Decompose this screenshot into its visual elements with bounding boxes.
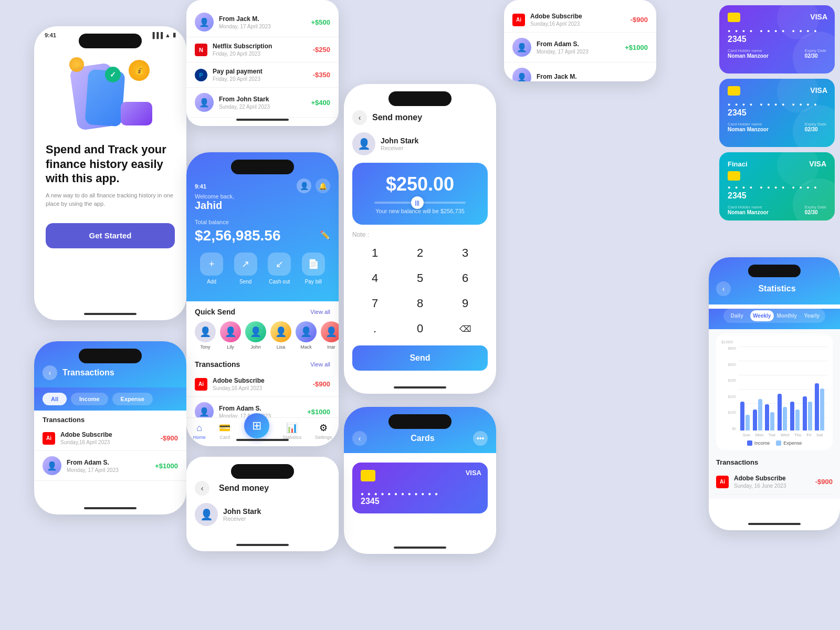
key-dot[interactable]: . [352, 316, 397, 341]
back-button[interactable]: ‹ [716, 281, 731, 296]
key-0[interactable]: 0 [397, 316, 443, 341]
action-cashout[interactable]: ↙ Cash out [268, 253, 291, 285]
action-label: Send [239, 279, 251, 285]
y-100: $100 [721, 411, 736, 414]
tx-date: Sunday,16 April 2023 [60, 439, 161, 445]
qs-name-mack: Mack [300, 344, 312, 350]
filter-expense[interactable]: Expense [112, 393, 153, 405]
send-money-2-title: Send money [219, 484, 269, 493]
qs-lisa[interactable]: 👤 Lisa [270, 321, 291, 350]
action-paybill[interactable]: 📄 Pay bill [302, 253, 325, 285]
tx-avatar: 👤 [195, 93, 214, 112]
back-button[interactable]: ‹ [43, 365, 57, 380]
tx-amount: -$250 [313, 46, 330, 54]
tx-name: Adobe Subscribe [530, 13, 631, 20]
key-5[interactable]: 5 [397, 266, 443, 291]
key-4[interactable]: 4 [352, 266, 397, 291]
key-3[interactable]: 3 [443, 240, 488, 266]
nav-scan[interactable]: ⊞ [244, 413, 269, 438]
visa-logo: VISA [466, 469, 481, 477]
qs-mack[interactable]: 👤 Mack [296, 321, 317, 350]
tab-yearly[interactable]: Yearly [800, 310, 824, 321]
time: 9:41 [45, 32, 56, 38]
tx-view-all[interactable]: View all [310, 361, 330, 368]
chip-icon [728, 171, 740, 181]
back-button[interactable]: ‹ [352, 110, 367, 125]
tx-avatar-adobe: Ai [716, 476, 729, 488]
qs-tony[interactable]: 👤 Tony [195, 321, 216, 350]
tab-daily[interactable]: Daily [725, 310, 749, 321]
tx-name: Adobe Subscribe [734, 475, 815, 482]
bell-icon[interactable]: 🔔 [316, 178, 330, 193]
key-2[interactable]: 2 [397, 240, 443, 266]
holder-value: Noman Manzoor [728, 127, 769, 132]
tx-amount: +$400 [311, 99, 330, 107]
qs-inar[interactable]: 👤 Inar [321, 321, 339, 350]
tab-weekly[interactable]: Weekly [750, 310, 774, 321]
qs-lily[interactable]: 👤 Lily [220, 321, 241, 350]
bar-mon-expense [758, 399, 762, 430]
qs-avatar-inar: 👤 [321, 321, 339, 342]
tx-name: Adobe Subscribe [213, 377, 313, 384]
amount-slider[interactable]: ||| [374, 202, 466, 204]
notch [231, 464, 294, 479]
nav-statistics[interactable]: 📊 Statistics [282, 422, 301, 440]
key-7[interactable]: 7 [352, 291, 397, 316]
tx-amount: -$350 [313, 71, 330, 79]
stats-body: $1000 $800 $500 $300 $200 $100 $0 [709, 329, 840, 499]
tx-item-adobe-detail: Ai Adobe Subscribe Sunday,16 April 2023 … [504, 7, 656, 33]
more-button[interactable]: ••• [473, 431, 488, 446]
action-row: + Add ↗ Send ↙ Cash out 📄 Pay bill [195, 253, 330, 291]
tx-amount: +$1000 [625, 44, 648, 51]
back-button[interactable]: ‹ [352, 431, 367, 446]
tx-name: From Jack M. [537, 73, 648, 80]
send-money-title: Send money [372, 113, 422, 122]
tx-detail-list: Ai Adobe Subscribe Sunday,16 April 2023 … [504, 0, 656, 81]
phone-send-money-2: ‹ Send money 👤 John Stark Receiver [186, 457, 339, 551]
send-icon: ↗ [234, 253, 257, 276]
bar-fri-expense [808, 402, 812, 430]
action-add[interactable]: + Add [200, 253, 223, 285]
tx-info: From Adam S. Monday, 17 April 2023 [67, 459, 155, 473]
stats-tx-title: Transactions [716, 458, 833, 466]
bar-thu-income [790, 402, 794, 430]
qs-name-john: John [250, 344, 261, 350]
nav-label-card: Card [219, 435, 230, 440]
nav-label-home: Home [193, 435, 206, 440]
nav-home[interactable]: ⌂ Home [193, 423, 206, 440]
bar-tue-expense [770, 412, 774, 430]
cards-column: VISA ● ● ● ● ● ● ● ● ● ● ● ● 2345 Card H… [714, 0, 840, 226]
tx-avatar-adam: 👤 [512, 38, 531, 57]
tab-monthly[interactable]: Monthly [775, 310, 799, 321]
card-holder-section: Card Holder name Noman Manzoor [728, 48, 769, 59]
tx-amount: -$900 [631, 16, 648, 24]
bar-sat-expense [820, 388, 824, 430]
legend-expense-label: Expense [783, 440, 802, 446]
get-started-button[interactable]: Get Started [46, 223, 175, 248]
send-button[interactable]: Send [352, 345, 488, 371]
bar-mon-income [753, 410, 757, 430]
nav-card[interactable]: 💳 Card [219, 422, 230, 440]
action-send[interactable]: ↗ Send [234, 253, 257, 285]
expiry-label: Expiry Date [805, 122, 826, 127]
income-dot [747, 440, 752, 446]
home-indicator [748, 523, 801, 525]
tx-avatar-jackm: 👤 [512, 68, 531, 81]
quick-send-view-all[interactable]: View all [310, 309, 330, 315]
holder-label: Card Holder name [728, 205, 769, 209]
tx-avatar-adobe: Ai [195, 378, 207, 391]
back-button[interactable]: ‹ [195, 481, 209, 496]
key-6[interactable]: 6 [443, 266, 488, 291]
filter-income[interactable]: Income [71, 393, 108, 405]
nav-settings[interactable]: ⚙ Settings [315, 422, 332, 440]
filter-all[interactable]: All [43, 393, 67, 405]
tx-item-johnstark: 👤 From John Stark Sunday, 22 April 2023 … [186, 88, 339, 118]
user-name: Jahid [195, 200, 330, 212]
qs-john[interactable]: 👤 John [245, 321, 266, 350]
edit-icon[interactable]: ✏️ [320, 230, 330, 240]
key-9[interactable]: 9 [443, 291, 488, 316]
key-8[interactable]: 8 [397, 291, 443, 316]
key-backspace[interactable]: ⌫ [443, 316, 488, 341]
key-1[interactable]: 1 [352, 240, 397, 266]
tx-item-adam-detail: 👤 From Adam S. Monday, 17 April 2023 +$1… [504, 33, 656, 62]
